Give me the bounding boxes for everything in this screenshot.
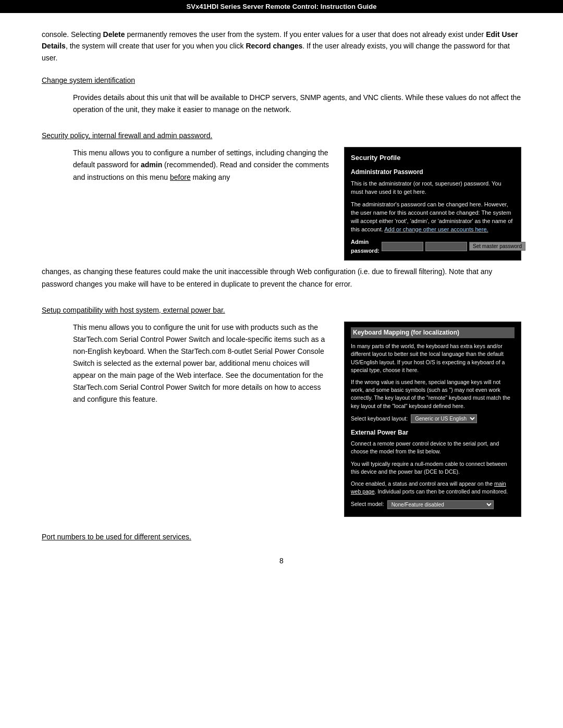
keyboard-text1: In many parts of the world, the keyboard… [351,342,515,374]
keyboard-mapping-title: Keyboard Mapping (for localization) [351,327,515,338]
admin-password-row: Admin password: Set master password [351,238,515,255]
section-heading-change-system-id: Change system identification [42,76,521,84]
setup-compatibility-col-text: This menu allows you to configure the un… [42,322,334,517]
admin-password-input1[interactable] [382,242,423,251]
select-model-row: Select model: None/Feature disabled None… [351,500,515,509]
add-change-users-link[interactable]: Add or change other user accounts here. [384,226,488,232]
setup-compatibility-two-col: This menu allows you to configure the un… [42,322,521,517]
external-text2: You will typically require a null-modem … [351,460,515,476]
keyboard-mapping-box: Keyboard Mapping (for localization) In m… [344,322,521,517]
keyboard-mapping-box-container: Keyboard Mapping (for localization) In m… [344,322,521,517]
page-number: 8 [42,557,521,565]
external-text1: Connect a remote power control device to… [351,440,515,455]
security-policy-text: This menu allows you to configure a numb… [73,147,334,183]
section-heading-port-numbers: Port numbers to be used for different se… [42,533,521,541]
section-heading-setup-compatibility: Setup compatibility with host system, ex… [42,306,521,314]
security-profile-box-container: Security Profile Administrator Password … [344,147,521,261]
security-policy-two-col: This menu allows you to configure a numb… [42,147,521,261]
section-change-system-id: Change system identification Provides de… [42,76,521,116]
external-power-bar-heading: External Power Bar [351,428,515,437]
section-heading-security-policy: Security policy, internal firewall and a… [42,131,521,140]
intro-paragraph: console. Selecting Delete permanently re… [42,29,521,64]
keyboard-text2: If the wrong value is used here, special… [351,378,515,410]
security-text2: The administrator's password can be chan… [351,201,515,234]
admin-password-label: Admin password: [351,238,380,255]
security-policy-col-text: This menu allows you to configure a numb… [42,147,334,261]
page-header: SVx41HDI Series Server Remote Control: I… [0,0,563,13]
select-model-label: Select model: [351,500,384,508]
admin-password-input2[interactable] [425,242,467,251]
select-model-select[interactable]: None/Feature disabled None/Feature disab… [387,500,494,509]
section-body-change-system-id: Provides details about this unit that wi… [42,92,521,116]
header-title: SVx41HDI Series Server Remote Control: I… [187,3,377,10]
section-port-numbers: Port numbers to be used for different se… [42,533,521,541]
keyboard-layout-select[interactable]: Generic or US English [411,414,477,423]
section-setup-compatibility: Setup compatibility with host system, ex… [42,306,521,517]
external-text3: Once enabled, a status and control area … [351,480,515,496]
security-text1: This is the administrator (or root, supe… [351,180,515,196]
admin-password-heading: Administrator Password [351,167,515,177]
setup-compatibility-text: This menu allows you to configure the un… [73,322,334,406]
section-security-policy: Security policy, internal firewall and a… [42,131,521,290]
keyboard-layout-label: Select keyboard layout: [351,415,408,423]
page-content: console. Selecting Delete permanently re… [0,13,563,581]
security-policy-after-text: changes, as changing these features coul… [42,266,521,290]
security-profile-box: Security Profile Administrator Password … [344,147,521,261]
security-profile-title: Security Profile [351,153,515,163]
keyboard-layout-row: Select keyboard layout: Generic or US En… [351,414,515,423]
set-master-password-button[interactable]: Set master password [469,242,525,251]
